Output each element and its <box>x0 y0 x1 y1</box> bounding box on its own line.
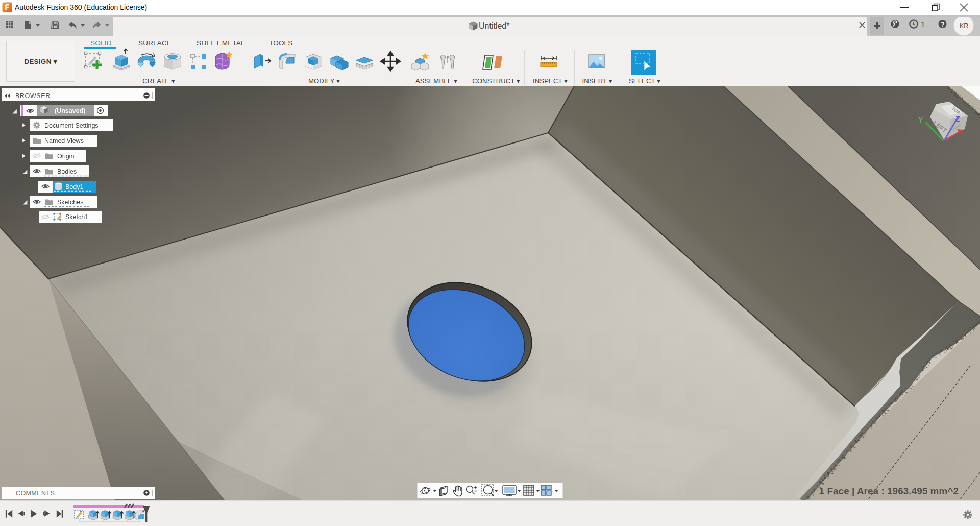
svg-text:Origin: Origin <box>57 153 74 160</box>
svg-text:Named Views: Named Views <box>44 137 84 145</box>
svg-text:(Unsaved): (Unsaved) <box>55 107 85 114</box>
svg-text:Bodies: Bodies <box>57 168 77 175</box>
svg-text:?: ? <box>941 21 945 28</box>
svg-text:COMMENTS: COMMENTS <box>16 490 55 497</box>
svg-text:Sketch1: Sketch1 <box>65 213 88 221</box>
svg-text:Body1: Body1 <box>65 183 83 190</box>
svg-text:KR: KR <box>960 22 968 30</box>
svg-text:BROWSER: BROWSER <box>15 92 51 100</box>
svg-text:Z: Z <box>955 114 960 123</box>
svg-text:1 Face | Area : 1963.495 mm^2: 1 Face | Area : 1963.495 mm^2 <box>819 486 959 496</box>
svg-text:Document Settings: Document Settings <box>44 122 99 129</box>
svg-text:Y: Y <box>918 116 923 124</box>
svg-text:Sketches: Sketches <box>57 199 83 206</box>
svg-text:1: 1 <box>921 20 925 29</box>
